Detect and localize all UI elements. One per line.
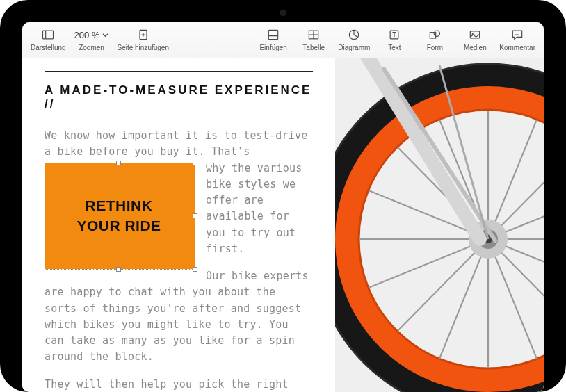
paragraph-1a: We know how important it is to test-driv… <box>45 129 307 158</box>
paragraph-3: They will then help you pick the right f… <box>45 377 313 393</box>
chart-icon <box>347 26 361 43</box>
comment-icon <box>510 26 524 43</box>
inline-image[interactable] <box>335 58 544 392</box>
bike-wheel-image <box>335 58 544 392</box>
paragraph-1b: why the various bike styles we offer are… <box>206 162 302 255</box>
callout-line1: RETHINK <box>86 196 153 215</box>
text-icon <box>387 26 401 43</box>
page-heading[interactable]: A MADE-TO-MEASURE EXPERIENCE // <box>45 83 313 111</box>
resize-handle-ne[interactable] <box>193 161 197 165</box>
shape-icon <box>428 26 442 43</box>
chevron-down-icon <box>102 32 108 38</box>
view-icon <box>41 26 55 43</box>
view-button[interactable]: Darstellung <box>28 26 69 51</box>
shape-label: Form <box>427 44 443 51</box>
resize-handle-sw[interactable] <box>45 267 45 272</box>
table-icon <box>307 26 321 43</box>
insert-icon <box>266 26 280 43</box>
zoom-dropdown[interactable]: 200 % Zoomen <box>72 26 112 51</box>
body-text[interactable]: We know how important it is to test-driv… <box>45 128 313 392</box>
paragraph-2: Our bike experts are happy to chat with … <box>45 268 313 366</box>
zoom-label: Zoomen <box>79 44 104 51</box>
resize-handle-w[interactable] <box>45 213 45 218</box>
insert-button[interactable]: Einfügen <box>254 26 292 51</box>
shape-button[interactable]: Form <box>416 26 453 51</box>
table-label: Tabelle <box>302 44 325 51</box>
chart-label: Diagramm <box>338 44 370 51</box>
chart-button[interactable]: Diagramm <box>335 26 373 51</box>
media-icon <box>468 26 482 43</box>
add-page-label: Seite hinzufügen <box>117 44 169 51</box>
comment-label: Kommentar <box>499 44 535 51</box>
callout-shape[interactable]: RETHINK YOUR RIDE <box>45 163 195 269</box>
table-button[interactable]: Tabelle <box>295 26 332 51</box>
svg-rect-0 <box>43 31 54 39</box>
comment-button[interactable]: Kommentar <box>496 26 538 51</box>
resize-handle-nw[interactable] <box>45 161 45 165</box>
add-page-button[interactable]: Seite hinzufügen <box>114 26 172 51</box>
svg-rect-5 <box>269 30 278 39</box>
document-canvas[interactable]: A MADE-TO-MEASURE EXPERIENCE // We know … <box>22 58 544 392</box>
insert-label: Einfügen <box>259 44 286 51</box>
resize-handle-se[interactable] <box>193 267 197 272</box>
callout-line2: YOUR RIDE <box>76 216 161 236</box>
resize-handle-s[interactable] <box>116 267 121 272</box>
media-button[interactable]: Medien <box>456 26 494 51</box>
resize-handle-e[interactable] <box>193 213 197 218</box>
zoom-value: 200 % <box>74 30 100 40</box>
app-toolbar: Darstellung 200 % Zoomen Seite h <box>22 22 544 58</box>
add-page-icon <box>136 26 150 43</box>
svg-rect-17 <box>471 31 480 38</box>
rule <box>45 71 313 72</box>
text-label: Text <box>388 44 401 51</box>
view-label: Darstellung <box>31 44 66 51</box>
media-label: Medien <box>464 44 487 51</box>
svg-point-16 <box>434 31 439 36</box>
resize-handle-n[interactable] <box>116 161 121 165</box>
text-button[interactable]: Text <box>375 26 413 51</box>
device-camera <box>280 10 286 16</box>
